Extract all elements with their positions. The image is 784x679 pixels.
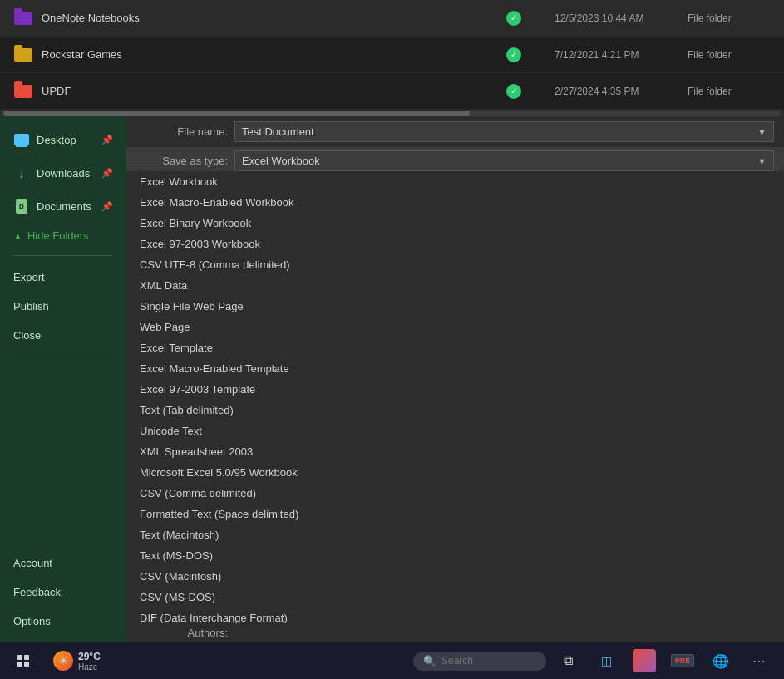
- file-name-value: Test Document: [242, 125, 757, 138]
- desktop-icon: [13, 131, 30, 148]
- sidebar-item-desktop[interactable]: Desktop 📌: [0, 123, 126, 156]
- dropdown-option-unicode-text[interactable]: Unicode Text: [126, 421, 784, 441]
- file-row[interactable]: UPDF ✓ 2/27/2024 4:35 PM File folder: [0, 73, 784, 110]
- dropdown-option-xml-spreadsheet-2003[interactable]: XML Spreadsheet 2003: [126, 441, 784, 462]
- content-area: File name: Test Document ▼ Save as type:…: [126, 116, 784, 642]
- save-as-dropdown-arrow: ▼: [757, 156, 767, 166]
- save-as-value: Excel Workbook: [242, 155, 757, 167]
- pin-icon: 📌: [101, 135, 113, 145]
- weather-condition: Haze: [78, 662, 101, 672]
- search-bar[interactable]: 🔍: [413, 652, 546, 671]
- file-row-date: 7/12/2021 4:21 PM: [555, 49, 688, 61]
- file-row-date: 2/27/2024 4:35 PM: [555, 86, 688, 97]
- pin-icon: 📌: [101, 168, 113, 179]
- apps-button[interactable]: ⋯: [741, 644, 777, 677]
- dropdown-option-text-ms-dos[interactable]: Text (MS-DOS): [126, 545, 784, 566]
- sidebar-item-feedback[interactable]: Feedback: [0, 578, 126, 607]
- sidebar-middle-section: ExportPublishClose: [0, 263, 126, 350]
- file-row[interactable]: Rockstar Games ✓ 7/12/2021 4:21 PM File …: [0, 37, 784, 73]
- sidebar-item-close[interactable]: Close: [0, 321, 126, 350]
- file-row-name: Rockstar Games: [42, 48, 506, 61]
- start-button[interactable]: [7, 646, 40, 676]
- chevron-up-icon: ▲: [13, 231, 22, 241]
- dropdown-option-excel-workbook[interactable]: Excel Workbook: [126, 171, 784, 192]
- sidebar-item-label: Account: [13, 557, 52, 569]
- network-button[interactable]: 🌐: [703, 644, 739, 677]
- weather-temp: 29°C: [78, 651, 101, 662]
- dropdown-option-excel-macro-enabled-template[interactable]: Excel Macro-Enabled Template: [126, 358, 784, 379]
- dropdown-option-text-macintosh[interactable]: Text (Macintosh): [126, 524, 784, 545]
- sidebar-divider-1: [13, 255, 113, 256]
- pre-badge: PRE: [671, 654, 695, 667]
- sidebar: Desktop 📌 ↓ Downloads 📌 D Documents 📌 ▲ …: [0, 116, 126, 642]
- dropdown-option-microsoft-excel-5095[interactable]: Microsoft Excel 5.0/95 Workbook: [126, 462, 784, 483]
- hide-folders-label: Hide Folders: [27, 229, 89, 242]
- search-icon: 🔍: [423, 655, 436, 667]
- dropdown-option-csv-macintosh[interactable]: CSV (Macintosh): [126, 566, 784, 587]
- sidebar-item-label: Export: [13, 271, 45, 283]
- dropdown-option-text-tab-delimited[interactable]: Text (Tab delimited): [126, 400, 784, 421]
- file-row-type: File folder: [688, 12, 771, 24]
- file-row[interactable]: OneNote Notebooks ✓ 12/5/2023 10:44 AM F…: [0, 0, 784, 37]
- file-name-row: File name: Test Document ▼: [126, 116, 784, 147]
- dropdown-option-csv-utf8[interactable]: CSV UTF-8 (Comma delimited): [126, 254, 784, 275]
- save-as-input[interactable]: Excel Workbook ▼: [234, 150, 774, 171]
- sidebar-item-export[interactable]: Export: [0, 263, 126, 292]
- file-name-input[interactable]: Test Document ▼: [234, 121, 774, 142]
- media-button[interactable]: [626, 644, 663, 677]
- file-name-dropdown-arrow: ▼: [757, 127, 767, 137]
- dropdown-option-excel-binary-workbook[interactable]: Excel Binary Workbook: [126, 213, 784, 234]
- scrollbar-thumb: [3, 111, 470, 116]
- file-name-label: File name:: [136, 125, 228, 138]
- task-view-button[interactable]: ⧉: [550, 644, 586, 677]
- weather-widget[interactable]: ☀ 29°C Haze: [47, 647, 107, 675]
- file-row-name: UPDF: [42, 85, 506, 97]
- folder-icon: [13, 8, 33, 28]
- widgets-icon: ◫: [601, 654, 612, 667]
- dropdown-option-xml-data[interactable]: XML Data: [126, 275, 784, 296]
- file-row-name: OneNote Notebooks: [42, 12, 506, 24]
- network-icon: 🌐: [713, 653, 729, 669]
- sidebar-top-section: Desktop 📌 ↓ Downloads 📌 D Documents 📌: [0, 123, 126, 223]
- weather-icon: ☀: [53, 651, 73, 671]
- widgets-button[interactable]: ◫: [588, 644, 624, 677]
- dropdown-option-csv-comma-delimited[interactable]: CSV (Comma delimited): [126, 483, 784, 504]
- sidebar-item-publish[interactable]: Publish: [0, 292, 126, 321]
- save-as-dropdown-list[interactable]: Excel WorkbookExcel Macro-Enabled Workbo…: [126, 171, 784, 623]
- windows-icon: [17, 655, 29, 667]
- sidebar-item-account[interactable]: Account: [0, 549, 126, 578]
- dropdown-option-excel-macro-enabled-workbook[interactable]: Excel Macro-Enabled Workbook: [126, 192, 784, 213]
- file-row-type: File folder: [688, 86, 771, 97]
- sidebar-divider-2: [13, 357, 113, 357]
- file-row-date: 12/5/2023 10:44 AM: [555, 12, 688, 24]
- folder-icon: [13, 45, 33, 65]
- save-as-type-row: Save as type: Excel Workbook ▼: [126, 147, 784, 171]
- weather-info: 29°C Haze: [78, 651, 101, 672]
- taskbar: ☀ 29°C Haze 🔍 ⧉ ◫ PRE 🌐 ⋯: [0, 642, 784, 679]
- dropdown-option-formatted-text-space-delimited[interactable]: Formatted Text (Space delimited): [126, 504, 784, 524]
- sidebar-item-options[interactable]: Options: [0, 607, 126, 636]
- search-input[interactable]: [441, 655, 536, 667]
- dropdown-option-excel-template[interactable]: Excel Template: [126, 337, 784, 358]
- dropdown-option-single-file-web-page[interactable]: Single File Web Page: [126, 296, 784, 317]
- sidebar-item-label: Feedback: [13, 586, 61, 598]
- dropdown-option-web-page[interactable]: Web Page: [126, 317, 784, 337]
- pre-button[interactable]: PRE: [664, 644, 701, 677]
- sync-icon: ✓: [506, 11, 521, 26]
- dropdown-option-excel-97-2003-template[interactable]: Excel 97-2003 Template: [126, 379, 784, 400]
- dropdown-option-excel-97-2003-workbook[interactable]: Excel 97-2003 Workbook: [126, 234, 784, 254]
- sidebar-item-documents[interactable]: D Documents 📌: [0, 189, 126, 223]
- hide-folders-button[interactable]: ▲ Hide Folders: [0, 223, 126, 248]
- sidebar-item-downloads[interactable]: ↓ Downloads 📌: [0, 156, 126, 189]
- sync-icon: ✓: [506, 47, 521, 62]
- apps-icon: ⋯: [752, 653, 766, 669]
- authors-label: Authors:: [136, 627, 228, 639]
- sidebar-item-label: Downloads: [37, 167, 90, 180]
- dropdown-option-dif[interactable]: DIF (Data Interchange Format): [126, 608, 784, 623]
- sidebar-item-label: Desktop: [37, 134, 76, 146]
- dropdown-option-csv-ms-dos[interactable]: CSV (MS-DOS): [126, 587, 784, 608]
- scrollbar[interactable]: [0, 110, 784, 116]
- documents-icon: D: [13, 198, 30, 214]
- file-list-area: OneNote Notebooks ✓ 12/5/2023 10:44 AM F…: [0, 0, 784, 116]
- sidebar-item-label: Publish: [13, 300, 49, 312]
